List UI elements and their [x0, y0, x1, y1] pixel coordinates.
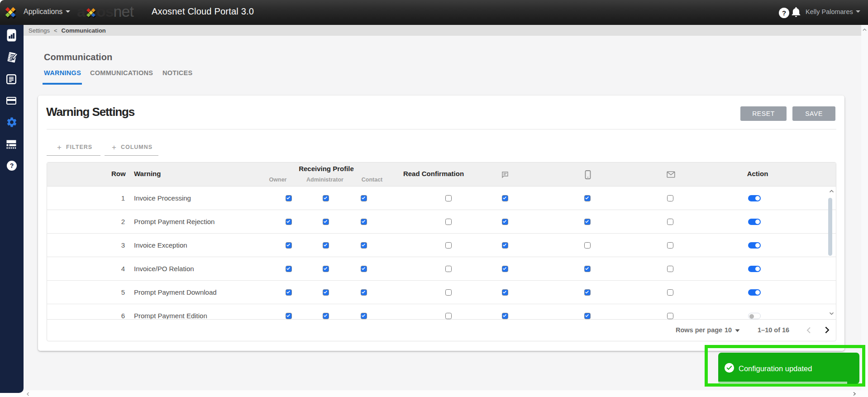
svg-text:?: ? [10, 162, 14, 169]
